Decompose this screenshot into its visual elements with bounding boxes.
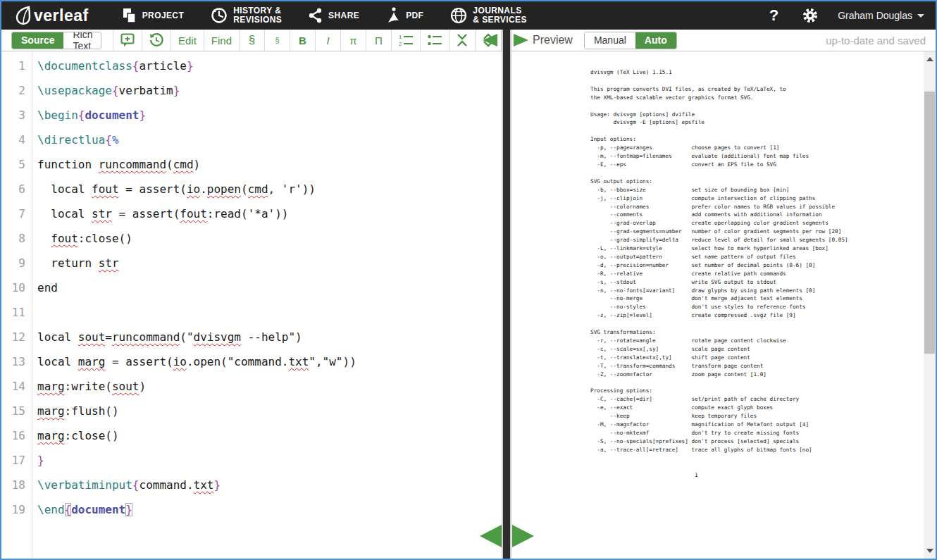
preview-scrollbar[interactable] [924, 51, 936, 559]
collapse-editor-arrow-bottom[interactable] [480, 525, 502, 547]
preview-label: Preview [533, 34, 573, 46]
collapse-editor-arrow[interactable] [483, 34, 497, 46]
code-line[interactable]: } [37, 448, 502, 473]
globe-icon [450, 7, 467, 24]
line-number: 4 [1, 127, 25, 152]
collapse-icon [457, 33, 468, 47]
inline-math-button[interactable]: π [340, 30, 366, 51]
edit-button[interactable]: Edit [170, 30, 204, 51]
editor-toolbar-cells: Edit Find § § B I π Π 1 2 [113, 30, 502, 51]
code-line[interactable]: return str [37, 251, 502, 275]
add-comment-button[interactable] [113, 30, 142, 51]
numbered-list-button[interactable]: 1 2 [391, 30, 420, 51]
mode-toggle: Source Rich Text [11, 32, 101, 49]
nav-share-label: SHARE [328, 11, 359, 20]
history-icon [211, 7, 228, 24]
line-number: 18 [1, 473, 25, 497]
subsection-button[interactable]: § [264, 30, 290, 51]
bullet-list-button[interactable] [420, 30, 449, 51]
overleaf-logo[interactable]: verleaf [14, 6, 89, 25]
pdf-text: dvisvgm (TeX Live) 1.15.1 This program c… [590, 68, 848, 479]
line-number: 12 [1, 325, 25, 349]
code-line[interactable]: fout:close() [37, 226, 502, 251]
code-line[interactable]: local fout = assert(io.popen(cmd, 'r')) [37, 177, 502, 201]
italic-button[interactable]: I [315, 30, 340, 51]
code-line[interactable]: marg:write(sout) [37, 374, 502, 399]
line-number: 13 [1, 349, 25, 374]
line-number: 8 [1, 226, 25, 251]
code-line[interactable]: marg:flush() [37, 399, 502, 423]
rich-text-mode-button[interactable]: Rich Text [63, 32, 101, 49]
find-button[interactable]: Find [204, 30, 239, 51]
user-name: Graham Douglas [838, 10, 912, 21]
line-number: 2 [1, 78, 25, 103]
line-number: 16 [1, 423, 25, 448]
help-button[interactable]: ? [769, 6, 778, 25]
code-line[interactable]: function runcommand(cmd) [37, 152, 502, 177]
code-lines[interactable]: \documentclass{article}\usepackage{verba… [32, 51, 502, 559]
code-line[interactable]: \end{document} [37, 497, 502, 522]
line-number: 15 [1, 399, 25, 423]
save-status: up-to-date and saved [826, 35, 926, 46]
overleaf-window: verleaf PROJECT HISTORY & REVISIONS [0, 0, 937, 560]
code-line[interactable]: end [37, 275, 502, 300]
scrollbar-up-arrow[interactable] [926, 57, 933, 61]
fold-button[interactable] [449, 30, 475, 51]
svg-text:1: 1 [399, 34, 402, 40]
preview-pane: Preview Manual Auto up-to-date and saved… [511, 30, 936, 559]
code-line[interactable]: marg:close() [37, 423, 502, 448]
scrollbar-down-arrow[interactable] [926, 549, 933, 553]
svg-text:2: 2 [399, 41, 402, 46]
editor-pane: Source Rich Text [1, 30, 502, 559]
line-number: 19 [1, 497, 25, 522]
play-preview-icon[interactable] [514, 34, 528, 46]
source-mode-button[interactable]: Source [12, 32, 63, 49]
nav-pdf-label: PDF [406, 11, 423, 20]
code-line[interactable]: \directlua{% [37, 127, 502, 152]
code-line[interactable]: \begin{document} [37, 103, 502, 127]
code-line[interactable]: local str = assert(fout:read('*a')) [37, 201, 502, 226]
logo-text: verleaf [34, 6, 89, 25]
nav-project-label: PROJECT [142, 11, 184, 20]
settings-button[interactable] [802, 8, 818, 23]
display-math-button[interactable]: Π [366, 30, 391, 51]
editor-toolbar: Source Rich Text [1, 30, 502, 51]
numbered-list-icon: 1 2 [399, 34, 413, 46]
line-number: 1 [1, 54, 25, 78]
code-line[interactable]: \verbatiminput{command.txt} [37, 473, 502, 497]
scrollbar-thumb[interactable] [924, 92, 935, 354]
nav-history-revisions[interactable]: HISTORY & REVISIONS [211, 6, 282, 25]
user-menu[interactable]: Graham Douglas [838, 10, 924, 21]
project-icon [121, 8, 137, 23]
nav-share[interactable]: SHARE [309, 8, 359, 23]
nav-journals-label-2: & SERVICES [473, 15, 526, 25]
line-number: 17 [1, 448, 25, 473]
code-line[interactable]: local sout=runcommand("dvisvgm --help") [37, 325, 502, 349]
pdf-icon [386, 7, 400, 24]
preview-toolbar: Preview Manual Auto up-to-date and saved [511, 30, 936, 51]
code-line[interactable]: local marg = assert(io.open("command.txt… [37, 349, 502, 374]
nav-journals-services[interactable]: JOURNALS & SERVICES [450, 6, 526, 25]
collapse-preview-arrow-bottom[interactable] [512, 525, 534, 547]
auto-compile-button[interactable]: Auto [635, 32, 676, 49]
code-line[interactable] [37, 300, 502, 325]
line-number: 7 [1, 201, 25, 226]
nav-project[interactable]: PROJECT [121, 8, 184, 23]
pane-divider[interactable] [502, 30, 511, 559]
gear-icon [802, 8, 818, 23]
code-line[interactable]: \documentclass{article} [37, 54, 502, 78]
caret-down-icon [917, 14, 924, 18]
share-icon [309, 8, 323, 23]
manual-compile-button[interactable]: Manual [585, 32, 635, 49]
nav-history-label-2: REVISIONS [233, 15, 282, 25]
history-undo-button[interactable] [142, 30, 170, 51]
pdf-viewer[interactable]: dvisvgm (TeX Live) 1.15.1 This program c… [511, 51, 936, 559]
leaf-icon [14, 6, 32, 25]
nav-pdf[interactable]: PDF [386, 7, 423, 24]
bold-button[interactable]: B [290, 30, 315, 51]
bullet-list-icon [428, 34, 442, 46]
line-number: 6 [1, 177, 25, 201]
source-editor[interactable]: 12345678910111213141516171819 \documentc… [1, 51, 502, 559]
section-button[interactable]: § [239, 30, 264, 51]
code-line[interactable]: \usepackage{verbatim} [37, 78, 502, 103]
